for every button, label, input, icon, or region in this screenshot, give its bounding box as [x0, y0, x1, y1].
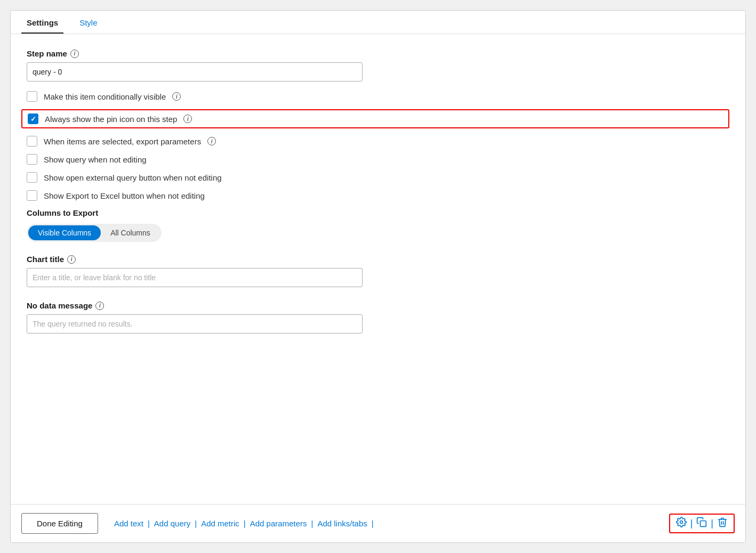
conditional-info-icon[interactable]: i — [172, 92, 181, 101]
no-data-message-label: No data message i — [27, 301, 729, 310]
no-data-info-icon[interactable]: i — [95, 302, 104, 310]
columns-toggle: Visible Columns All Columns — [27, 224, 162, 242]
footer-links: Add text | Add query | Add metric | Add … — [114, 519, 669, 528]
tab-style[interactable]: Style — [74, 11, 102, 34]
checkbox-row-conditional: Make this item conditionally visible i — [27, 91, 729, 102]
checkbox-show-query[interactable] — [27, 154, 37, 165]
checkbox-show-excel[interactable] — [27, 190, 37, 201]
trash-icon[interactable] — [714, 517, 730, 530]
checkbox-conditional[interactable] — [27, 91, 37, 102]
checkbox-pin[interactable] — [28, 113, 38, 124]
checkbox-export-params[interactable] — [27, 136, 37, 147]
step-name-input[interactable] — [27, 62, 363, 82]
gear-icon[interactable] — [673, 517, 689, 530]
step-name-info-icon[interactable]: i — [70, 50, 79, 58]
copy-icon[interactable] — [694, 517, 710, 530]
step-name-label: Step name i — [27, 49, 729, 58]
tabs-bar: Settings Style — [11, 11, 745, 34]
checkbox-row-show-external: Show open external query button when not… — [27, 172, 729, 183]
svg-point-0 — [680, 521, 682, 524]
chart-title-label: Chart title i — [27, 255, 729, 264]
add-metric-link[interactable]: Add metric — [201, 519, 239, 528]
export-params-info-icon[interactable]: i — [207, 137, 216, 145]
pin-info-icon[interactable]: i — [183, 115, 192, 123]
all-columns-btn[interactable]: All Columns — [101, 225, 160, 240]
add-links-tabs-link[interactable]: Add links/tabs — [317, 519, 367, 528]
checkbox-show-external[interactable] — [27, 172, 37, 183]
chart-title-info-icon[interactable]: i — [67, 255, 76, 264]
add-parameters-link[interactable]: Add parameters — [250, 519, 307, 528]
add-text-link[interactable]: Add text — [114, 519, 143, 528]
no-data-message-input[interactable] — [27, 314, 363, 334]
checkbox-row-pin: Always show the pin icon on this step i — [21, 109, 729, 128]
add-query-link[interactable]: Add query — [154, 519, 190, 528]
svg-rect-1 — [701, 521, 706, 527]
tab-settings[interactable]: Settings — [21, 11, 63, 34]
checkbox-row-show-excel: Show Export to Excel button when not edi… — [27, 190, 729, 201]
visible-columns-btn[interactable]: Visible Columns — [28, 225, 101, 240]
footer: Done Editing Add text | Add query | Add … — [11, 504, 745, 542]
done-editing-button[interactable]: Done Editing — [21, 513, 98, 534]
checkbox-row-export-params: When items are selected, export paramete… — [27, 136, 729, 147]
footer-icons-group: | | — [669, 514, 735, 533]
settings-content: Step name i Make this item conditionally… — [11, 34, 745, 504]
chart-title-input[interactable] — [27, 268, 363, 287]
checkbox-row-show-query: Show query when not editing — [27, 154, 729, 165]
footer-icon-sep-1: | — [690, 518, 693, 529]
settings-panel: Settings Style Step name i Make this ite… — [10, 10, 746, 543]
footer-icon-sep-2: | — [711, 518, 713, 529]
columns-export-heading: Columns to Export — [27, 208, 729, 217]
